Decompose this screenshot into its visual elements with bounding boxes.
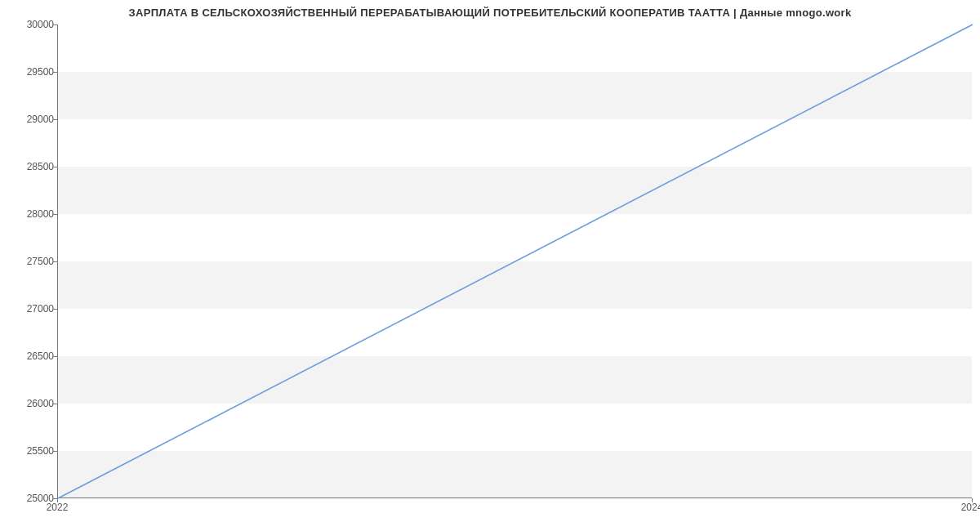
y-tick-mark: [53, 167, 57, 167]
x-tick-mark: [57, 498, 58, 502]
y-tick-label: 27500: [5, 256, 54, 267]
y-tick-mark: [53, 356, 57, 357]
y-tick-mark: [53, 451, 57, 452]
y-tick-label: 28500: [5, 161, 54, 172]
x-tick-label: 2022: [47, 502, 69, 513]
x-tick-mark: [972, 498, 973, 502]
y-tick-mark: [53, 214, 57, 215]
y-tick-mark: [53, 119, 57, 120]
y-tick-label: 26000: [5, 398, 54, 409]
chart-container: ЗАРПЛАТА В СЕЛЬСКОХОЗЯЙСТВЕННЫЙ ПЕРЕРАБА…: [0, 0, 980, 531]
y-tick-mark: [53, 309, 57, 310]
y-tick-label: 30000: [5, 19, 54, 30]
series-line: [58, 25, 973, 498]
y-tick-mark: [53, 261, 57, 262]
y-tick-label: 29500: [5, 66, 54, 78]
plot-area: [57, 25, 972, 498]
x-tick-label: 2024: [961, 502, 980, 513]
y-tick-label: 25500: [5, 445, 54, 457]
y-tick-mark: [53, 72, 57, 73]
y-tick-mark: [53, 404, 57, 404]
y-tick-label: 27000: [5, 303, 54, 315]
line-series: [58, 25, 972, 498]
y-tick-label: 29000: [5, 114, 54, 125]
y-tick-label: 28000: [5, 208, 54, 220]
y-tick-label: 26500: [5, 350, 54, 362]
chart-title: ЗАРПЛАТА В СЕЛЬСКОХОЗЯЙСТВЕННЫЙ ПЕРЕРАБА…: [0, 7, 980, 19]
y-tick-mark: [53, 25, 57, 25]
